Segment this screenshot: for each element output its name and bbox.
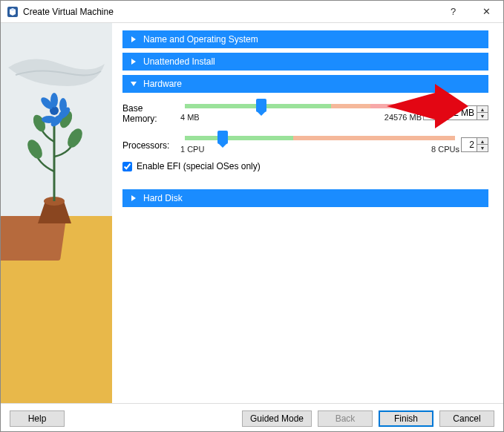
accordion-label: Hard Disk <box>143 193 183 203</box>
close-button[interactable]: ✕ <box>470 1 503 23</box>
memory-spinbox[interactable]: MB ▲ ▼ <box>423 105 488 120</box>
wizard-sidebar <box>1 23 112 403</box>
accordion-hardware[interactable]: Hardware <box>122 75 488 93</box>
proc-max-label: 8 CPUs <box>431 145 459 154</box>
efi-label: Enable EFI (special OSes only) <box>137 161 261 171</box>
memory-unit: MB <box>461 108 477 118</box>
footer: Help Guided Mode Back Finish Cancel <box>1 403 503 432</box>
memory-step-up[interactable]: ▲ <box>477 106 488 113</box>
memory-label: Base Memory: <box>122 102 179 124</box>
chevron-right-icon <box>128 56 139 67</box>
accordion-label: Hardware <box>143 79 182 89</box>
chevron-right-icon <box>128 34 139 45</box>
wizard-main: Name and Operating System Unattended Ins… <box>112 23 503 403</box>
titlebar: Create Virtual Machine ? ✕ <box>1 1 503 23</box>
chevron-right-icon <box>128 193 139 203</box>
accordion-unattended[interactable]: Unattended Install <box>122 53 488 71</box>
cancel-button[interactable]: Cancel <box>439 410 494 427</box>
help-button-footer[interactable]: Help <box>10 410 65 427</box>
accordion-label: Name and Operating System <box>143 34 258 45</box>
svg-point-14 <box>59 98 67 113</box>
efi-checkbox[interactable] <box>122 162 132 171</box>
finish-button[interactable]: Finish <box>379 410 433 427</box>
processors-input[interactable] <box>462 138 477 151</box>
processors-label: Processors: <box>122 139 179 151</box>
accordion-name-os[interactable]: Name and Operating System <box>122 30 488 48</box>
app-icon <box>7 6 19 18</box>
help-button[interactable]: ? <box>436 1 470 23</box>
hardware-panel: Base Memory: 4 MB 24576 MB MB <box>122 97 488 189</box>
processors-slider-handle[interactable] <box>217 131 228 144</box>
memory-slider-handle[interactable] <box>256 99 266 112</box>
memory-step-down[interactable]: ▼ <box>477 113 488 120</box>
accordion-harddisk[interactable]: Hard Disk <box>122 189 488 207</box>
memory-min-label: 4 MB <box>180 113 200 122</box>
proc-step-down[interactable]: ▼ <box>477 145 488 151</box>
memory-slider[interactable]: 4 MB 24576 MB <box>185 104 417 122</box>
proc-min-label: 1 CPU <box>180 145 204 154</box>
proc-step-up[interactable]: ▲ <box>477 138 488 145</box>
back-button[interactable]: Back <box>318 410 373 427</box>
processors-spinbox[interactable]: ▲ ▼ <box>461 137 488 152</box>
processors-slider[interactable]: 1 CPU 8 CPUs <box>185 136 455 154</box>
chevron-down-icon <box>128 79 139 89</box>
memory-input[interactable] <box>424 106 461 120</box>
guided-mode-button[interactable]: Guided Mode <box>242 410 312 427</box>
window-title: Create Virtual Machine <box>23 7 436 17</box>
memory-max-label: 24576 MB <box>384 113 422 122</box>
accordion-label: Unattended Install <box>143 56 215 67</box>
